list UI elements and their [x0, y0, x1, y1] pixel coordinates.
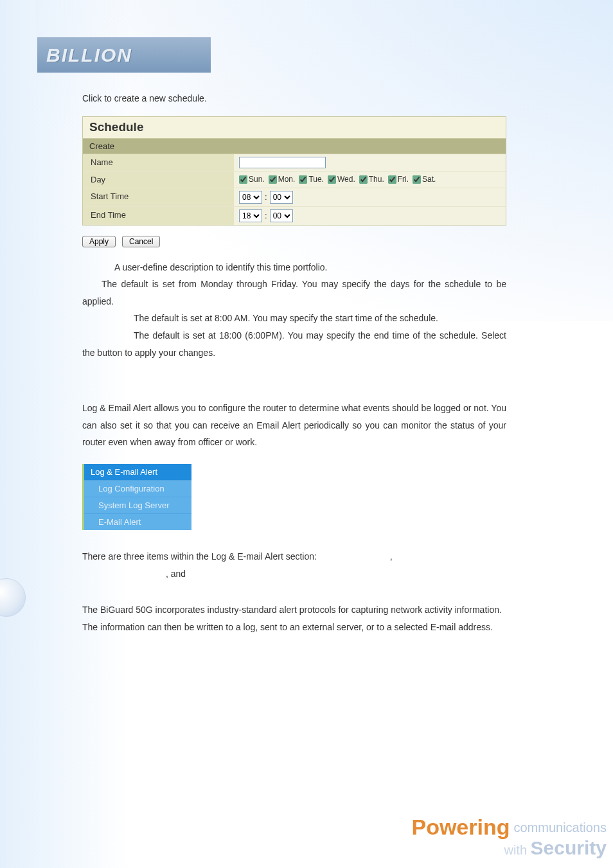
day-label: Wed.: [337, 175, 355, 184]
day-checkbox[interactable]: [388, 175, 396, 184]
items-comma: ,: [390, 551, 393, 562]
schedule-title: Schedule: [83, 117, 506, 139]
intro-suffix: to create a new schedule.: [104, 93, 207, 103]
day-label: Fri.: [398, 175, 409, 184]
day-checkbox[interactable]: [299, 175, 307, 184]
day-checkbox[interactable]: [239, 175, 247, 184]
time-separator: :: [265, 211, 267, 220]
items-and: , and: [166, 569, 186, 579]
footer-powering: Powering: [411, 815, 510, 839]
def-end-post: button to apply your changes.: [97, 348, 215, 358]
day-option[interactable]: Tue.: [299, 175, 324, 184]
menu-item-email-alert[interactable]: E-Mail Alert: [84, 513, 191, 530]
day-checkbox[interactable]: [328, 175, 336, 184]
day-label: Tue.: [308, 175, 324, 184]
schedule-panel: Schedule Create Name Day Sun. Mon. Tue. …: [82, 116, 506, 226]
row-end-time: End Time 18 : 00: [83, 207, 506, 225]
row-start-time: Start Time 08 : 00: [83, 188, 506, 207]
def-start: The default is set at 8:00 AM. You may s…: [134, 313, 438, 323]
footer-with: with: [504, 843, 530, 857]
end-hour-select[interactable]: 18: [239, 209, 262, 222]
day-checkbox[interactable]: [359, 175, 368, 184]
name-input[interactable]: [239, 157, 326, 168]
def-name: A user-define description to identify th…: [114, 262, 328, 272]
logo-banner: BILLION: [37, 37, 211, 73]
logalert-items-line: There are three items within the Log & E…: [82, 548, 506, 582]
start-min-select[interactable]: 00: [270, 191, 293, 204]
day-option[interactable]: Thu.: [359, 175, 384, 184]
footer-tagline: Poweringcommunications with Security: [411, 815, 607, 859]
logalert-paragraph: Log & Email Alert allows you to configur…: [82, 400, 506, 451]
button-row: Apply Cancel: [82, 236, 506, 247]
start-hour-select[interactable]: 08: [239, 191, 262, 204]
menu-item-system-log-server[interactable]: System Log Server: [84, 497, 191, 513]
row-name: Name: [83, 154, 506, 172]
menu-item-log-configuration[interactable]: Log Configuration: [84, 480, 191, 497]
label-name: Name: [83, 154, 234, 171]
day-label: Mon.: [278, 175, 296, 184]
day-option[interactable]: Mon.: [269, 175, 296, 184]
intro-line: Click to create a new schedule.: [82, 90, 506, 107]
day-option[interactable]: Fri.: [388, 175, 409, 184]
end-min-select[interactable]: 00: [270, 209, 293, 222]
row-day: Day Sun. Mon. Tue. Wed. Thu. Fri. Sat.: [83, 172, 506, 188]
logo-text: BILLION: [46, 44, 132, 66]
label-end-time: End Time: [83, 207, 234, 225]
footer-communications: communications: [513, 820, 607, 835]
day-label: Sun.: [249, 175, 265, 184]
intro-prefix: Click: [82, 93, 104, 103]
time-separator: :: [265, 192, 267, 202]
day-checkbox[interactable]: [413, 175, 421, 184]
day-cell: Sun. Mon. Tue. Wed. Thu. Fri. Sat.: [234, 172, 506, 188]
label-start-time: Start Time: [83, 188, 234, 206]
day-label: Thu.: [369, 175, 384, 184]
day-checkbox[interactable]: [269, 175, 277, 184]
label-day: Day: [83, 172, 234, 188]
footer-security: Security: [531, 837, 607, 858]
day-option[interactable]: Wed.: [328, 175, 355, 184]
definitions: A user-define description to identify th…: [82, 259, 506, 362]
items-pre: There are three items within the Log & E…: [82, 551, 319, 562]
day-label: Sat.: [422, 175, 436, 184]
apply-button[interactable]: Apply: [82, 236, 116, 247]
cancel-button[interactable]: Cancel: [122, 236, 160, 247]
day-option[interactable]: Sat.: [413, 175, 436, 184]
biguard-paragraph: The BiGuard 50G incorporates industry-st…: [82, 601, 506, 635]
logalert-menu: Log & E-mail Alert Log Configuration Sys…: [82, 464, 191, 530]
menu-header[interactable]: Log & E-mail Alert: [84, 464, 191, 480]
schedule-subtitle: Create: [83, 139, 506, 154]
def-day: The default is set from Monday through F…: [82, 279, 506, 306]
day-option[interactable]: Sun.: [239, 175, 265, 184]
